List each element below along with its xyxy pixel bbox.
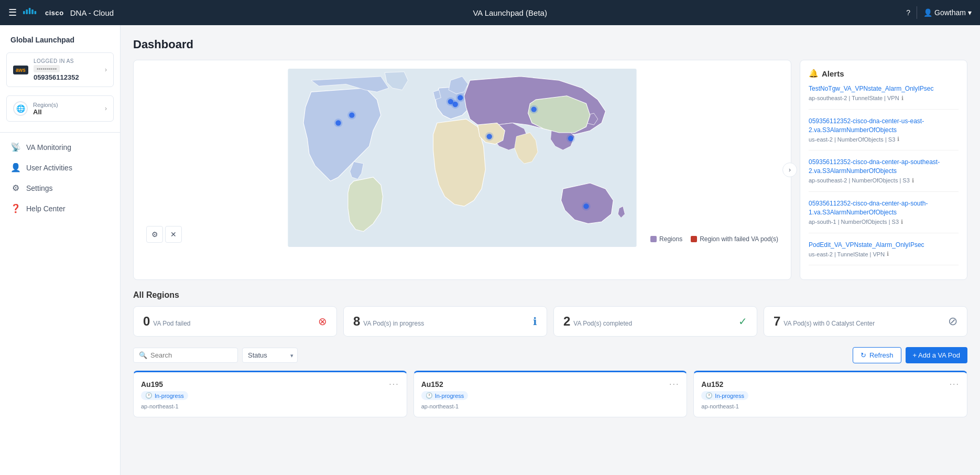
alert-link-4[interactable]: 059356112352-cisco-dna-center-ap-south-1…	[809, 199, 959, 217]
nocatalyst-status-icon: ⊘	[948, 315, 957, 328]
settings-icon: ⚙	[10, 183, 21, 193]
legend-regions: Regions	[650, 235, 682, 243]
cisco-svg-logo	[23, 8, 42, 17]
refresh-button[interactable]: ↻ Refresh	[853, 347, 901, 363]
alert-info-icon-2[interactable]: ℹ	[897, 136, 899, 143]
cisco-logo: cisco	[23, 8, 64, 17]
sidebar-divider-1	[0, 132, 120, 133]
user-name: Gowtham	[934, 8, 966, 17]
svg-rect-4	[35, 11, 37, 14]
alert-item-1: TestNoTgw_VA_VPNstate_Alarm_OnlyIPsec ap…	[809, 84, 959, 110]
sidebar-title: Global Launchpad	[0, 36, 120, 52]
pod-region-3: ap-northeast-1	[701, 403, 960, 409]
alert-info-icon-4[interactable]: ℹ	[901, 219, 903, 225]
region-card[interactable]: 🌐 Region(s) All ›	[6, 95, 114, 122]
pod-card-2: Au152 ··· 🕐 In-progress ap-northeast-1	[413, 371, 688, 417]
stat-card-inprogress: 8 VA Pod(s) in progress ℹ	[343, 306, 547, 337]
alert-meta-text-5: us-east-2 | TunnelState | VPN	[809, 251, 885, 257]
stat-failed-label: VA Pod failed	[153, 320, 190, 327]
stat-inprogress-label: VA Pod(s) in progress	[363, 320, 424, 327]
user-avatar-icon: 👤	[923, 8, 932, 17]
globe-icon: 🌐	[13, 101, 28, 116]
sidebar-item-va-monitoring[interactable]: 📡 VA Monitoring	[0, 137, 120, 157]
alert-item-5: PodEdit_VA_VPNstate_Alarm_OnlyIPsec us-e…	[809, 241, 959, 266]
alert-link-1[interactable]: TestNoTgw_VA_VPNstate_Alarm_OnlyIPsec	[809, 84, 959, 93]
all-regions-title: All Regions	[133, 290, 967, 300]
account-info: LOGGED IN AS •••••••••• 059356112352	[34, 58, 100, 81]
status-select[interactable]: Status In-progress Completed Failed	[242, 348, 298, 363]
alert-link-3[interactable]: 059356112352-cisco-dna-center-ap-southea…	[809, 158, 959, 176]
status-clock-icon-2: 🕐	[426, 392, 433, 399]
alert-meta-text-4: ap-south-1 | NumberOfObjects | S3	[809, 219, 899, 225]
add-va-pod-button[interactable]: + Add a VA Pod	[906, 347, 967, 363]
alerts-title: 🔔 Alerts	[809, 69, 959, 78]
pod-name-3: Au152	[701, 380, 723, 388]
search-input[interactable]	[150, 351, 232, 359]
svg-point-7	[334, 118, 342, 127]
app-brand: DNA - Cloud	[70, 8, 114, 17]
user-menu[interactable]: 👤 Gowtham ▾	[923, 8, 972, 17]
top-nav: ☰ cisco DNA - Cloud VA Launchpad (Beta) …	[0, 0, 980, 25]
pod-menu-1[interactable]: ···	[389, 380, 399, 389]
alert-info-icon-1[interactable]: ℹ	[901, 95, 903, 102]
completed-status-icon: ✓	[738, 315, 747, 328]
help-icon[interactable]: ?	[906, 8, 910, 17]
legend-failed-dot	[691, 236, 697, 242]
stat-card-failed: 0 VA Pod failed ⊗	[133, 306, 337, 337]
pod-card-3: Au152 ··· 🕐 In-progress ap-northeast-1	[693, 371, 967, 417]
search-box[interactable]: 🔍	[133, 348, 238, 363]
legend-failed: Region with failed VA pod(s)	[691, 235, 778, 243]
sidebar-item-settings[interactable]: ⚙ Settings	[0, 178, 120, 198]
svg-rect-0	[23, 11, 25, 14]
world-map-container: Regions Region with failed VA pod(s) ⚙ ✕	[142, 69, 782, 247]
pod-region-1: ap-northeast-1	[141, 403, 399, 409]
alert-info-icon-5[interactable]: ℹ	[887, 251, 889, 257]
va-monitoring-icon: 📡	[10, 142, 21, 152]
user-activities-icon: 👤	[10, 163, 21, 172]
pod-header-2: Au152 ···	[421, 380, 680, 389]
sidebar-item-user-activities[interactable]: 👤 User Activities	[0, 157, 120, 178]
legend-regions-label: Regions	[659, 235, 682, 243]
svg-rect-2	[29, 8, 31, 14]
aws-badge: aws	[13, 66, 28, 74]
filter-right: ↻ Refresh + Add a VA Pod	[853, 347, 967, 363]
map-controls: ⚙ ✕	[146, 226, 182, 243]
alert-info-icon-3[interactable]: ℹ	[912, 177, 914, 184]
svg-point-15	[451, 100, 460, 109]
help-center-icon: ❓	[10, 203, 21, 213]
svg-point-23	[582, 202, 590, 210]
bell-icon: 🔔	[809, 69, 819, 78]
stat-completed-content: 2 VA Pod(s) completed	[563, 314, 632, 329]
dashboard-container: Regions Region with failed VA pod(s) ⚙ ✕	[133, 60, 967, 280]
cisco-brand-text: cisco	[45, 9, 64, 17]
pod-status-3: 🕐 In-progress	[701, 391, 960, 400]
account-card[interactable]: aws LOGGED IN AS •••••••••• 059356112352…	[6, 52, 114, 87]
stat-inprogress-num: 8	[353, 314, 360, 329]
map-settings-button[interactable]: ⚙	[146, 226, 163, 243]
alert-link-2[interactable]: 059356112352-cisco-dna-center-us-east-2.…	[809, 117, 959, 135]
region-label: Region(s)	[33, 102, 100, 108]
legend-regions-dot	[650, 236, 657, 242]
sidebar-item-label: Settings	[26, 184, 53, 192]
alert-meta-2: us-east-2 | NumberOfObjects | S3 ℹ	[809, 136, 959, 143]
hamburger-icon[interactable]: ☰	[8, 7, 17, 18]
pod-menu-3[interactable]: ···	[950, 380, 960, 389]
map-cursor-button[interactable]: ✕	[165, 226, 182, 243]
alert-meta-1: ap-southeast-2 | TunnelState | VPN ℹ	[809, 95, 959, 102]
stat-card-completed: 2 VA Pod(s) completed ✓	[553, 306, 757, 337]
sidebar-item-help-center[interactable]: ❓ Help Center	[0, 198, 120, 219]
pods-row: Au195 ··· 🕐 In-progress ap-northeast-1 A…	[133, 371, 967, 417]
pod-header-3: Au152 ···	[701, 380, 960, 389]
region-chevron-icon: ›	[105, 105, 107, 112]
pod-status-1: 🕐 In-progress	[141, 391, 399, 400]
refresh-icon: ↻	[861, 351, 866, 359]
stat-completed-num: 2	[563, 314, 570, 329]
map-nav-arrow[interactable]: ›	[782, 163, 797, 177]
alert-item-3: 059356112352-cisco-dna-center-ap-southea…	[809, 158, 959, 192]
pod-menu-2[interactable]: ···	[669, 380, 679, 389]
alert-link-5[interactable]: PodEdit_VA_VPNstate_Alarm_OnlyIPsec	[809, 241, 959, 250]
status-clock-icon-3: 🕐	[705, 392, 713, 399]
pod-name-1: Au195	[141, 380, 163, 388]
failed-status-icon: ⊗	[318, 315, 327, 328]
page-subtitle: VA Launchpad (Beta)	[473, 8, 547, 17]
